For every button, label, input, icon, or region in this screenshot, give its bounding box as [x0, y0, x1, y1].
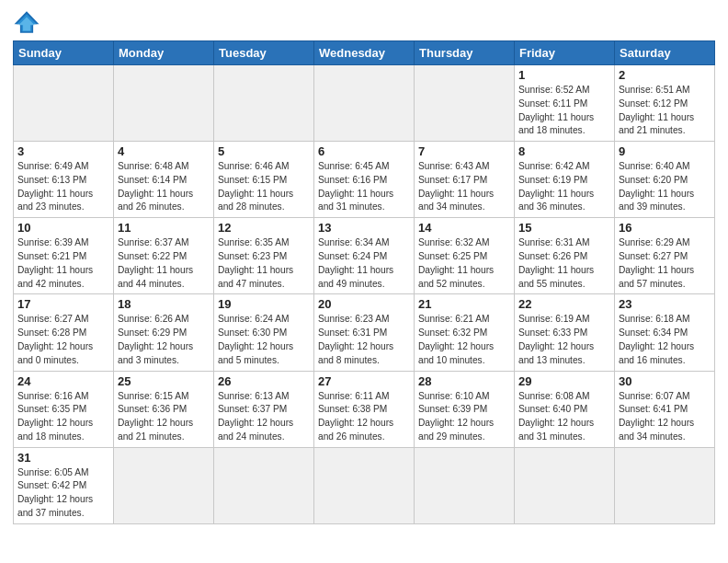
- day-info: Sunrise: 6:15 AM Sunset: 6:36 PM Dayligh…: [118, 390, 210, 444]
- calendar-cell: [314, 65, 415, 142]
- weekday-header-thursday: Thursday: [415, 41, 515, 65]
- calendar-cell: 6Sunrise: 6:45 AM Sunset: 6:16 PM Daylig…: [314, 142, 415, 218]
- week-row-0: 1Sunrise: 6:52 AM Sunset: 6:11 PM Daylig…: [14, 65, 715, 142]
- weekday-header-tuesday: Tuesday: [214, 41, 314, 65]
- calendar-cell: 13Sunrise: 6:34 AM Sunset: 6:24 PM Dayli…: [314, 218, 415, 294]
- weekday-header-saturday: Saturday: [615, 41, 715, 65]
- day-number: 2: [619, 68, 711, 82]
- calendar-cell: 8Sunrise: 6:42 AM Sunset: 6:19 PM Daylig…: [515, 142, 615, 218]
- day-info: Sunrise: 6:18 AM Sunset: 6:34 PM Dayligh…: [619, 313, 711, 367]
- calendar-cell: 24Sunrise: 6:16 AM Sunset: 6:35 PM Dayli…: [14, 371, 114, 447]
- day-number: 4: [118, 144, 210, 158]
- day-info: Sunrise: 6:42 AM Sunset: 6:19 PM Dayligh…: [518, 160, 610, 214]
- day-info: Sunrise: 6:51 AM Sunset: 6:12 PM Dayligh…: [619, 84, 711, 138]
- day-number: 18: [118, 297, 210, 311]
- calendar-cell: [14, 65, 114, 142]
- calendar-cell: 1Sunrise: 6:52 AM Sunset: 6:11 PM Daylig…: [515, 65, 615, 142]
- day-info: Sunrise: 6:31 AM Sunset: 6:26 PM Dayligh…: [518, 236, 610, 291]
- calendar-cell: [415, 447, 515, 523]
- calendar-cell: 29Sunrise: 6:08 AM Sunset: 6:40 PM Dayli…: [515, 371, 615, 447]
- calendar-cell: [615, 447, 715, 523]
- day-info: Sunrise: 6:35 AM Sunset: 6:23 PM Dayligh…: [218, 236, 310, 291]
- day-number: 29: [518, 374, 610, 388]
- day-number: 5: [218, 144, 310, 158]
- day-info: Sunrise: 6:21 AM Sunset: 6:32 PM Dayligh…: [418, 313, 510, 367]
- calendar-cell: 11Sunrise: 6:37 AM Sunset: 6:22 PM Dayli…: [114, 218, 214, 294]
- day-info: Sunrise: 6:46 AM Sunset: 6:15 PM Dayligh…: [218, 160, 310, 214]
- day-number: 14: [418, 221, 510, 235]
- day-info: Sunrise: 6:07 AM Sunset: 6:41 PM Dayligh…: [619, 390, 711, 444]
- day-info: Sunrise: 6:19 AM Sunset: 6:33 PM Dayligh…: [518, 313, 610, 367]
- day-number: 15: [518, 221, 610, 235]
- calendar-cell: [114, 65, 214, 142]
- day-number: 11: [118, 221, 210, 235]
- calendar-cell: 20Sunrise: 6:23 AM Sunset: 6:31 PM Dayli…: [314, 294, 415, 371]
- calendar-cell: 22Sunrise: 6:19 AM Sunset: 6:33 PM Dayli…: [515, 294, 615, 371]
- calendar-cell: 23Sunrise: 6:18 AM Sunset: 6:34 PM Dayli…: [615, 294, 715, 371]
- day-info: Sunrise: 6:29 AM Sunset: 6:27 PM Dayligh…: [619, 236, 711, 291]
- day-number: 24: [17, 374, 109, 388]
- week-row-3: 17Sunrise: 6:27 AM Sunset: 6:28 PM Dayli…: [14, 294, 715, 371]
- week-row-2: 10Sunrise: 6:39 AM Sunset: 6:21 PM Dayli…: [14, 218, 715, 294]
- weekday-header-monday: Monday: [114, 41, 214, 65]
- day-info: Sunrise: 6:13 AM Sunset: 6:37 PM Dayligh…: [218, 390, 310, 444]
- weekday-header-friday: Friday: [515, 41, 615, 65]
- calendar-cell: 19Sunrise: 6:24 AM Sunset: 6:30 PM Dayli…: [214, 294, 314, 371]
- day-info: Sunrise: 6:49 AM Sunset: 6:13 PM Dayligh…: [17, 160, 109, 214]
- header: [13, 9, 715, 35]
- day-number: 3: [17, 144, 109, 158]
- day-number: 30: [619, 374, 711, 388]
- calendar-cell: 27Sunrise: 6:11 AM Sunset: 6:38 PM Dayli…: [314, 371, 415, 447]
- calendar-cell: [515, 447, 615, 523]
- calendar-cell: 10Sunrise: 6:39 AM Sunset: 6:21 PM Dayli…: [14, 218, 114, 294]
- calendar-cell: 30Sunrise: 6:07 AM Sunset: 6:41 PM Dayli…: [615, 371, 715, 447]
- calendar-table: SundayMondayTuesdayWednesdayThursdayFrid…: [13, 40, 715, 524]
- day-number: 22: [518, 297, 610, 311]
- day-number: 25: [118, 374, 210, 388]
- calendar-cell: [314, 447, 415, 523]
- day-number: 10: [17, 221, 109, 235]
- week-row-5: 31Sunrise: 6:05 AM Sunset: 6:42 PM Dayli…: [14, 447, 715, 523]
- day-info: Sunrise: 6:27 AM Sunset: 6:28 PM Dayligh…: [17, 313, 109, 367]
- week-row-1: 3Sunrise: 6:49 AM Sunset: 6:13 PM Daylig…: [14, 142, 715, 218]
- calendar-cell: 7Sunrise: 6:43 AM Sunset: 6:17 PM Daylig…: [415, 142, 515, 218]
- calendar-cell: 9Sunrise: 6:40 AM Sunset: 6:20 PM Daylig…: [615, 142, 715, 218]
- day-info: Sunrise: 6:16 AM Sunset: 6:35 PM Dayligh…: [17, 390, 109, 444]
- calendar-cell: 17Sunrise: 6:27 AM Sunset: 6:28 PM Dayli…: [14, 294, 114, 371]
- day-number: 12: [218, 221, 310, 235]
- day-info: Sunrise: 6:24 AM Sunset: 6:30 PM Dayligh…: [218, 313, 310, 367]
- week-row-4: 24Sunrise: 6:16 AM Sunset: 6:35 PM Dayli…: [14, 371, 715, 447]
- calendar-cell: 28Sunrise: 6:10 AM Sunset: 6:39 PM Dayli…: [415, 371, 515, 447]
- calendar-cell: 3Sunrise: 6:49 AM Sunset: 6:13 PM Daylig…: [14, 142, 114, 218]
- day-number: 19: [218, 297, 310, 311]
- day-number: 6: [318, 144, 410, 158]
- day-info: Sunrise: 6:37 AM Sunset: 6:22 PM Dayligh…: [118, 236, 210, 291]
- day-number: 13: [318, 221, 410, 235]
- calendar-cell: 31Sunrise: 6:05 AM Sunset: 6:42 PM Dayli…: [14, 447, 114, 523]
- day-info: Sunrise: 6:10 AM Sunset: 6:39 PM Dayligh…: [418, 390, 510, 444]
- day-number: 27: [318, 374, 410, 388]
- calendar-cell: [214, 65, 314, 142]
- day-info: Sunrise: 6:32 AM Sunset: 6:25 PM Dayligh…: [418, 236, 510, 291]
- calendar-cell: [214, 447, 314, 523]
- day-number: 21: [418, 297, 510, 311]
- logo-icon: [13, 9, 40, 35]
- day-number: 23: [619, 297, 711, 311]
- weekday-header-sunday: Sunday: [14, 41, 114, 65]
- day-info: Sunrise: 6:08 AM Sunset: 6:40 PM Dayligh…: [518, 390, 610, 444]
- day-number: 17: [17, 297, 109, 311]
- calendar-cell: 5Sunrise: 6:46 AM Sunset: 6:15 PM Daylig…: [214, 142, 314, 218]
- day-info: Sunrise: 6:23 AM Sunset: 6:31 PM Dayligh…: [318, 313, 410, 367]
- calendar-cell: 2Sunrise: 6:51 AM Sunset: 6:12 PM Daylig…: [615, 65, 715, 142]
- day-number: 16: [619, 221, 711, 235]
- day-number: 8: [518, 144, 610, 158]
- day-number: 26: [218, 374, 310, 388]
- calendar-cell: 18Sunrise: 6:26 AM Sunset: 6:29 PM Dayli…: [114, 294, 214, 371]
- day-info: Sunrise: 6:43 AM Sunset: 6:17 PM Dayligh…: [418, 160, 510, 214]
- calendar-cell: 14Sunrise: 6:32 AM Sunset: 6:25 PM Dayli…: [415, 218, 515, 294]
- calendar-cell: 25Sunrise: 6:15 AM Sunset: 6:36 PM Dayli…: [114, 371, 214, 447]
- day-info: Sunrise: 6:11 AM Sunset: 6:38 PM Dayligh…: [318, 390, 410, 444]
- day-info: Sunrise: 6:48 AM Sunset: 6:14 PM Dayligh…: [118, 160, 210, 214]
- calendar-cell: 4Sunrise: 6:48 AM Sunset: 6:14 PM Daylig…: [114, 142, 214, 218]
- day-number: 9: [619, 144, 711, 158]
